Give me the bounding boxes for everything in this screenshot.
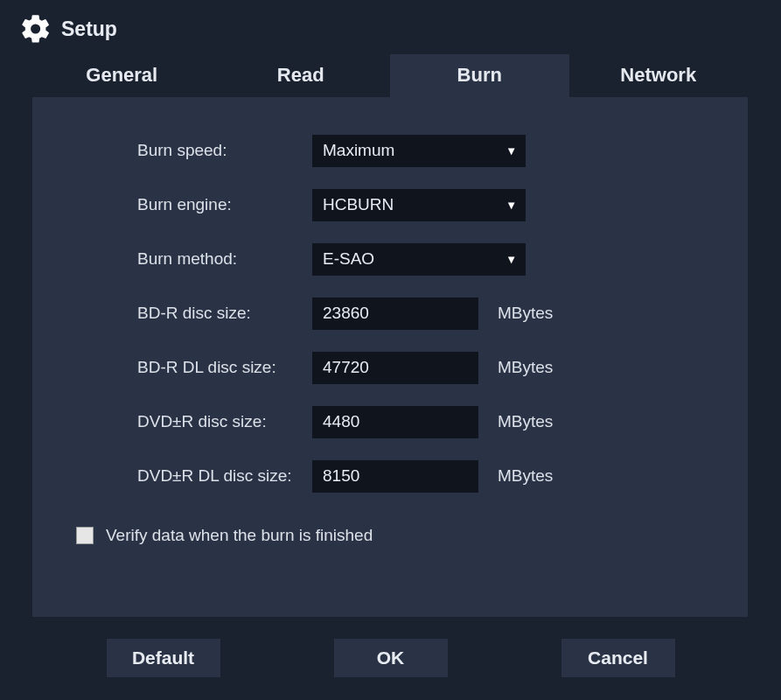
label-burn-speed: Burn speed: — [137, 141, 312, 160]
unit-bdr-dl-size: MBytes — [498, 358, 553, 377]
select-burn-speed-value[interactable]: Maximum — [312, 135, 526, 167]
row-bdr-size: BD-R disc size: MBytes — [137, 286, 722, 340]
row-verify: Verify data when the burn is finished — [76, 526, 722, 545]
default-button[interactable]: Default — [107, 639, 220, 677]
input-bdr-size[interactable] — [312, 298, 478, 330]
select-burn-engine-value[interactable]: HCBURN — [312, 189, 526, 221]
label-dvdr-dl-size: DVD±R DL disc size: — [137, 466, 312, 486]
row-burn-method: Burn method: E-SAO ▼ — [137, 232, 722, 286]
button-row: Default OK Cancel — [0, 639, 781, 677]
row-burn-engine: Burn engine: HCBURN ▼ — [137, 178, 722, 232]
input-dvdr-size[interactable] — [312, 406, 478, 438]
select-burn-method[interactable]: E-SAO ▼ — [312, 243, 526, 276]
row-burn-speed: Burn speed: Maximum ▼ — [137, 123, 722, 178]
tab-network[interactable]: Network — [569, 54, 749, 97]
label-burn-engine: Burn engine: — [137, 195, 312, 214]
row-dvdr-dl-size: DVD±R DL disc size: MBytes — [137, 449, 722, 503]
label-verify: Verify data when the burn is finished — [106, 526, 373, 545]
titlebar: Setup — [0, 0, 781, 54]
gear-icon — [19, 12, 52, 46]
input-dvdr-dl-size[interactable] — [312, 460, 478, 493]
unit-dvdr-dl-size: MBytes — [498, 466, 553, 486]
unit-bdr-size: MBytes — [498, 304, 553, 323]
cancel-button[interactable]: Cancel — [561, 639, 675, 677]
tab-general[interactable]: General — [32, 54, 212, 97]
ok-button[interactable]: OK — [334, 639, 448, 677]
input-bdr-dl-size[interactable] — [312, 352, 478, 384]
row-dvdr-size: DVD±R disc size: MBytes — [137, 395, 722, 449]
select-burn-method-value[interactable]: E-SAO — [312, 243, 526, 276]
burn-panel: Burn speed: Maximum ▼ Burn engine: HCBUR… — [32, 97, 748, 617]
tab-burn[interactable]: Burn — [390, 54, 569, 97]
select-burn-engine[interactable]: HCBURN ▼ — [312, 189, 526, 221]
label-burn-method: Burn method: — [137, 249, 312, 269]
label-dvdr-size: DVD±R disc size: — [137, 412, 312, 431]
tab-bar: General Read Burn Network — [32, 54, 748, 97]
tab-read[interactable]: Read — [212, 54, 391, 97]
checkbox-verify[interactable] — [76, 527, 94, 544]
row-bdr-dl-size: BD-R DL disc size: MBytes — [137, 340, 722, 395]
label-bdr-size: BD-R disc size: — [137, 304, 312, 323]
dialog-title: Setup — [61, 18, 117, 41]
unit-dvdr-size: MBytes — [498, 412, 553, 431]
select-burn-speed[interactable]: Maximum ▼ — [312, 135, 526, 167]
label-bdr-dl-size: BD-R DL disc size: — [137, 358, 312, 377]
setup-dialog: Setup General Read Burn Network Burn spe… — [0, 0, 781, 700]
